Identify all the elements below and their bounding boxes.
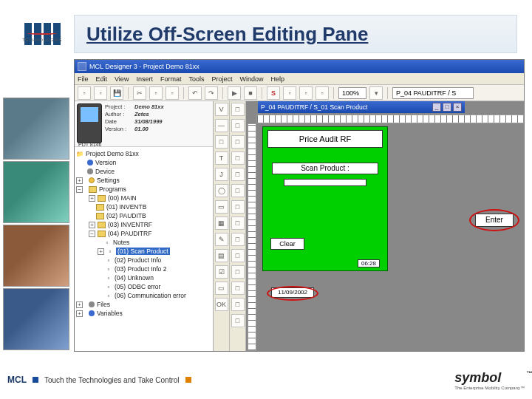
toolbar-btn-icon[interactable]: ▫ — [299, 86, 313, 100]
scan-input-field[interactable] — [284, 179, 366, 186]
tree-node-variables[interactable]: +Variables — [76, 309, 211, 318]
tool-line-icon[interactable]: — — [215, 119, 228, 132]
toolbar-run-icon[interactable]: ▶ — [228, 86, 241, 100]
tree-node-settings[interactable]: +Settings — [76, 176, 211, 185]
folder-icon — [98, 195, 106, 202]
tool-rect-icon[interactable]: □ — [215, 135, 228, 149]
expand-icon[interactable]: + — [89, 195, 95, 202]
screen-subwindow[interactable]: P_04 PAUDITRF / S_01 Scan Product _ □ × — [258, 101, 465, 113]
maximize-icon[interactable]: □ — [443, 103, 451, 112]
zoom-dropdown-icon[interactable]: ▾ — [369, 86, 383, 100]
tool-icon[interactable]: □ — [231, 265, 245, 279]
tree-program[interactable]: (01) INVENTB — [76, 202, 211, 211]
toolbar-paste-icon[interactable]: ▫ — [166, 86, 179, 100]
toolbar-redo-icon[interactable]: ↷ — [205, 86, 218, 100]
tool-icon[interactable]: □ — [231, 233, 245, 246]
tool-icon[interactable]: □ — [231, 282, 245, 295]
tree-root[interactable]: 📁Project Demo 81xx — [76, 149, 211, 158]
minimize-icon[interactable]: _ — [432, 103, 441, 112]
screen-header[interactable]: Price Audit RF — [267, 130, 383, 148]
tool-box-icon[interactable]: ▭ — [215, 200, 228, 214]
expand-icon[interactable]: + — [76, 177, 83, 184]
expand-icon[interactable]: + — [98, 248, 104, 255]
tree-program[interactable]: (02) PAUDITB — [76, 211, 211, 220]
tool-ellipse-icon[interactable]: ◯ — [215, 184, 228, 197]
design-canvas[interactable]: P_04 PAUDITRF / S_01 Scan Product _ □ × … — [246, 101, 524, 351]
tree-screen[interactable]: ▫(05) ODBC error — [76, 282, 211, 291]
decorative-photo — [3, 98, 69, 160]
menu-help[interactable]: Help — [270, 75, 284, 83]
screen-combo[interactable]: P_04 PAUDITRF / S — [392, 87, 474, 99]
menu-insert[interactable]: Insert — [136, 75, 153, 83]
project-tree[interactable]: 📁Project Demo 81xx Version Device +Setti… — [75, 147, 213, 351]
menu-project[interactable]: Project — [211, 75, 232, 83]
expand-icon[interactable]: + — [76, 310, 83, 317]
device-thumbnail — [77, 103, 102, 143]
tool-icon[interactable]: □ — [231, 151, 245, 165]
tool-check-icon[interactable]: ☑ — [215, 265, 228, 279]
tool-v-icon[interactable]: V — [215, 103, 228, 116]
menu-file[interactable]: File — [78, 75, 89, 83]
tool-icon[interactable]: □ — [231, 298, 245, 311]
menu-window[interactable]: Window — [239, 75, 263, 83]
menu-tools[interactable]: Tools — [188, 75, 204, 83]
tool-icon[interactable]: □ — [231, 119, 245, 132]
time-display[interactable]: 06:28 — [358, 259, 380, 267]
prop-value-project: Demo 81xx — [134, 103, 211, 110]
tree-screen[interactable]: ▫(02) Product Info — [76, 256, 211, 265]
tree-node-files[interactable]: +Files — [76, 300, 211, 309]
toolbox-right: □ □ □ □ □ □ □ □ □ □ □ □ □ □ — [230, 101, 246, 351]
tree-program[interactable]: +(03) INVENTRF — [76, 220, 211, 229]
tool-text-icon[interactable]: T — [215, 151, 228, 165]
tool-j-icon[interactable]: J — [215, 168, 228, 181]
tool-grid-icon[interactable]: ▦ — [215, 216, 228, 230]
tree-program[interactable]: +(00) MAIN — [76, 194, 211, 202]
tree-screen[interactable]: ▫(06) Communication error — [76, 291, 211, 300]
toolbar-copy-icon[interactable]: ▫ — [149, 86, 163, 100]
tool-edit-icon[interactable]: ✎ — [215, 233, 228, 246]
tool-list-icon[interactable]: ▤ — [215, 249, 228, 262]
tool-icon[interactable]: □ — [231, 103, 245, 116]
window-titlebar[interactable]: MCL Designer 3 - Project Demo 81xx — [75, 60, 524, 73]
tool-icon[interactable]: □ — [231, 200, 245, 214]
tree-screen[interactable]: ▫(03) Product Info 2 — [76, 265, 211, 273]
device-screen-preview[interactable]: Price Audit RF Scan Product : Clear 06:2… — [262, 126, 388, 271]
tree-program[interactable]: −(04) PAUDITRF — [76, 229, 211, 238]
tree-notes[interactable]: ▫Notes — [76, 238, 211, 247]
menu-format[interactable]: Format — [160, 75, 182, 83]
scan-prompt-label[interactable]: Scan Product : — [272, 163, 378, 174]
tree-screen-selected[interactable]: +▫(01) Scan Product — [76, 247, 211, 256]
tool-icon[interactable]: □ — [231, 168, 245, 181]
menu-edit[interactable]: Edit — [96, 75, 108, 83]
toolbar-new-icon[interactable]: ▫ — [78, 86, 91, 100]
toolbar-stop-icon[interactable]: ■ — [244, 86, 257, 100]
tool-icon[interactable]: □ — [231, 314, 245, 327]
expand-icon[interactable]: + — [76, 301, 83, 308]
prop-label: Project : — [105, 103, 134, 110]
tool-icon[interactable]: □ — [231, 184, 245, 197]
tool-icon[interactable]: □ — [231, 216, 245, 230]
tool-ok-icon[interactable]: OK — [215, 298, 228, 311]
menu-view[interactable]: View — [115, 75, 129, 83]
tree-screen[interactable]: ▫(04) Unknown — [76, 273, 211, 282]
expand-icon[interactable]: + — [89, 222, 95, 228]
folder-icon — [96, 213, 104, 219]
tool-frame-icon[interactable]: ▭ — [215, 282, 228, 295]
collapse-icon[interactable]: − — [89, 231, 95, 237]
tree-node-version[interactable]: Version — [76, 158, 211, 167]
tool-icon[interactable]: □ — [231, 135, 245, 149]
toolbar-save-icon[interactable]: 💾 — [110, 86, 123, 100]
toolbar-btn-icon[interactable]: ▫ — [316, 86, 329, 100]
tool-icon[interactable]: □ — [231, 249, 245, 262]
collapse-icon[interactable]: − — [76, 186, 83, 193]
tree-node-device[interactable]: Device — [76, 167, 211, 176]
toolbar-undo-icon[interactable]: ↶ — [188, 86, 202, 100]
tree-node-programs[interactable]: −Programs — [76, 185, 211, 194]
toolbar-btn-icon[interactable]: ▫ — [283, 86, 296, 100]
toolbar-s-badge[interactable]: S — [267, 86, 280, 100]
toolbar-open-icon[interactable]: ▫ — [94, 86, 107, 100]
zoom-field[interactable]: 100% — [338, 87, 366, 99]
clear-button[interactable]: Clear — [270, 238, 304, 250]
close-icon[interactable]: × — [453, 103, 462, 112]
toolbar-cut-icon[interactable]: ✂ — [133, 86, 146, 100]
